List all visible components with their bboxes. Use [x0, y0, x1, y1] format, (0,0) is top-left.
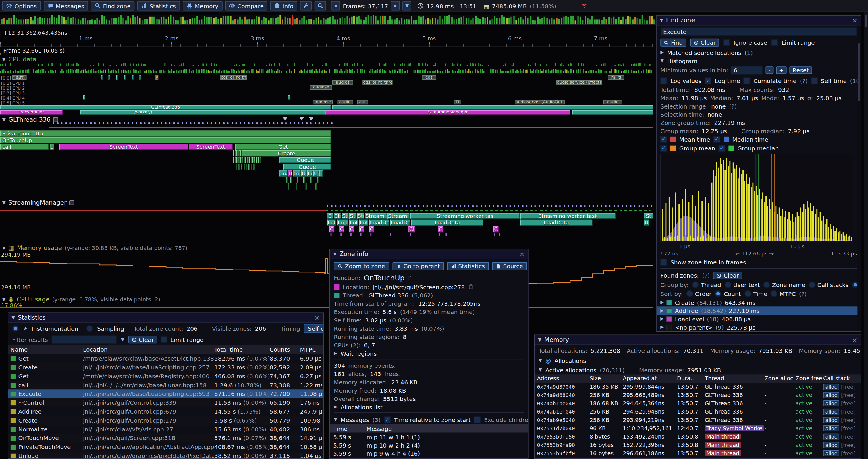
collapse-icon[interactable]: ▼: [538, 337, 541, 342]
chevron-down-icon[interactable]: ▼: [334, 417, 337, 422]
radio-zone-name[interactable]: Zone name: [763, 282, 805, 288]
zone-time-in-frames-checkbox[interactable]: [660, 259, 667, 265]
timeline-ruler[interactable]: [0, 42, 653, 47]
stats-table-header[interactable]: NameLocationTotal timeCountsMTPC: [8, 345, 323, 354]
zone-bar[interactable]: C: [339, 226, 344, 232]
statistics-button[interactable]: Statistics: [137, 1, 180, 11]
close-icon[interactable]: ×: [852, 337, 857, 342]
ignore-case-checkbox[interactable]: [723, 39, 730, 46]
messages-table-header[interactable]: TimeMessage: [330, 424, 528, 433]
thread-name[interactable]: GLThread 336: [368, 292, 408, 298]
alloc-callstack-button[interactable]: alloc: [823, 417, 839, 423]
compare-button[interactable]: Compare: [225, 1, 268, 11]
zone-bar[interactable]: St: [644, 213, 653, 219]
log-time-checkbox[interactable]: ✓: [705, 77, 711, 84]
column-header[interactable]: Location: [83, 346, 214, 353]
zone-bar[interactable]: Strea: [342, 213, 349, 219]
zone-bar[interactable]: audio: [603, 100, 622, 104]
zone-bar[interactable]: Streaming worker task: [521, 213, 616, 219]
sample-dots[interactable]: [0, 122, 653, 125]
zone-bar[interactable]: R: [155, 75, 159, 79]
zone-bar[interactable]: Get: [235, 144, 331, 150]
help-icon[interactable]: (?): [702, 272, 710, 279]
radio-count[interactable]: Count: [715, 290, 741, 297]
radio-thread[interactable]: Thread: [692, 282, 721, 288]
stats-row[interactable]: Executejni/../jni/src/claw/base/LuaScrip…: [8, 389, 323, 398]
streaming-manager-header[interactable]: ▼StreamingManager: [2, 199, 74, 206]
go-to-parent-button[interactable]: Go to parent: [392, 262, 444, 270]
clear-button[interactable]: Clear: [690, 39, 719, 46]
zone-bar[interactable]: audio.: [338, 100, 353, 104]
location-value[interactable]: jni/../jni/src/guif/Screen.cpp:278: [373, 283, 465, 290]
radio-mtpc[interactable]: MTPC: [771, 290, 796, 297]
zone-bar[interactable]: [288, 184, 289, 190]
zone-bar[interactable]: TracyProfiler: [0, 110, 63, 114]
allocation-row[interactable]: 0x7553b9fa508 bytes153,492,240ns13:50.8M…: [535, 433, 861, 441]
scrollbar[interactable]: [857, 26, 861, 331]
zone-bar[interactable]: aut: [357, 100, 368, 104]
zone-bar[interactable]: [116, 75, 118, 79]
stats-row[interactable]: PrivateTouchMovejni/../jni/src/claw/appl…: [8, 442, 323, 451]
zone-bar[interactable]: [108, 75, 110, 79]
message-marker[interactable]: [309, 117, 313, 121]
zone-bar[interactable]: [316, 184, 317, 190]
zone-bar[interactable]: g: [50, 144, 54, 150]
disconnect-icon[interactable]: [581, 3, 587, 9]
zone-bar[interactable]: LoadData: [411, 220, 484, 226]
prev-frame-button[interactable]: ◀: [331, 1, 340, 11]
zone-bar[interactable]: OnTouchUp: [0, 137, 331, 143]
close-icon[interactable]: ×: [519, 252, 525, 257]
zone-bar[interactable]: [290, 177, 292, 183]
tools-button[interactable]: [300, 1, 312, 11]
message-row[interactable]: 5.59 smip 11 w 1 h 1 (1): [330, 433, 528, 441]
ghost-zones-icon[interactable]: [69, 200, 74, 205]
column-header[interactable]: Appeared at: [623, 375, 677, 382]
allocation-row[interactable]: 0x7531d7b04096 KB1:10 234,952,16112:40.7…: [535, 424, 861, 433]
zone-bar[interactable]: Queue: [283, 164, 331, 170]
filter-icon[interactable]: [120, 337, 125, 342]
relative-time-checkbox[interactable]: ✓: [384, 416, 391, 423]
active-allocations-toggle[interactable]: ▼ Active allocations (70,311) Memory usa…: [535, 365, 861, 374]
main-scrollbar[interactable]: [864, 12, 868, 459]
matched-locations-toggle[interactable]: ▶Matched source locations(1): [657, 48, 861, 57]
radio-user-text[interactable]: User text: [724, 282, 760, 288]
zone-bar[interactable]: [332, 105, 653, 109]
reset-button[interactable]: Reset: [789, 66, 812, 74]
instrumentation-radio[interactable]: [12, 325, 19, 332]
find-zone-button[interactable]: Find zone: [91, 1, 134, 11]
column-header[interactable]: Name: [11, 346, 83, 353]
stats-row[interactable]: Normalizejni/../jni/src/claw/vfs/Vfs.cpp…: [8, 425, 323, 434]
message-marker[interactable]: [300, 117, 304, 121]
zone-bar[interactable]: LoU: [359, 220, 368, 226]
self-time-checkbox[interactable]: [811, 77, 817, 84]
zone-bar[interactable]: C: [330, 226, 334, 232]
zone-bar[interactable]: Strea: [349, 213, 356, 219]
zone-bar[interactable]: ScreenText: [189, 144, 232, 150]
column-header[interactable]: Total time: [214, 346, 270, 353]
zone-bar[interactable]: S: [327, 213, 333, 219]
zone-bar[interactable]: LoadDaU: [390, 220, 410, 226]
zone-bar[interactable]: Up: [313, 170, 319, 176]
zone-bar[interactable]: Streaming: [388, 213, 410, 219]
close-icon[interactable]: ×: [314, 315, 320, 320]
options-button[interactable]: Options: [2, 1, 41, 11]
frame-label[interactable]: Frame 32,661 (6.05 s): [3, 47, 65, 54]
zone-bar[interactable]: Up: [301, 170, 307, 176]
zone-bar[interactable]: Queue: [279, 157, 331, 163]
zone-bar[interactable]: U: [644, 220, 649, 226]
allocation-row[interactable]: 0x74a9d37040186.35 KB295,999,844ns13:50.…: [535, 383, 861, 391]
zone-bar[interactable]: cds: [422, 75, 436, 79]
timing-select[interactable]: Self only▼: [304, 324, 324, 333]
stats-row[interactable]: ~Controljni/../jni/src/guif/Control.cpp:…: [8, 398, 323, 407]
column-header[interactable]: Zone alloc: [765, 375, 796, 382]
close-icon[interactable]: ×: [852, 18, 857, 23]
zone-bar[interactable]: [132, 75, 133, 79]
min-bin-input[interactable]: [731, 66, 763, 75]
stats-row[interactable]: Createjni/../jni/src/claw/base/LuaScript…: [8, 363, 323, 372]
found-zone-row[interactable]: ▶<no parent>(9)225.73 µs: [657, 323, 861, 331]
alloc-callstack-button[interactable]: alloc: [823, 425, 839, 431]
gl-thread-header[interactable]: ▼GLThread 336: [2, 116, 58, 124]
zone-bar[interactable]: call: [0, 144, 49, 150]
allocation-row[interactable]: 0x7553b9fbf016 bytes296,661,186ns13:50.7…: [535, 449, 861, 457]
cumulate-time-checkbox[interactable]: [744, 77, 750, 84]
